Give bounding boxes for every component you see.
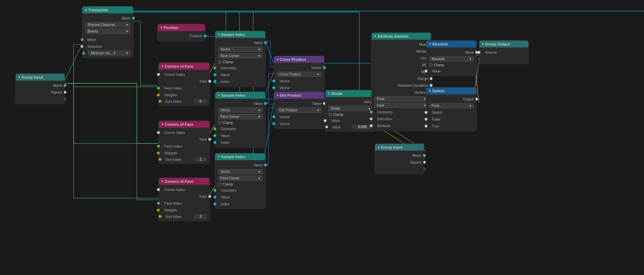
si1-title: Sample Index xyxy=(221,32,245,37)
si2-clamp-checkbox[interactable] xyxy=(218,121,221,124)
si3-face-corner-dd-row: Face Corner ▾ xyxy=(215,175,265,181)
as-geometry-socket xyxy=(370,111,373,113)
cof1-sort-index-socket xyxy=(159,100,161,102)
div-clamp-checkbox[interactable] xyxy=(328,113,332,116)
div-value2-socket xyxy=(325,126,328,128)
si1-clamp-checkbox[interactable] xyxy=(218,60,221,64)
tri-mesh-input-socket xyxy=(81,38,83,41)
cp-vector1-row: Vector xyxy=(274,78,324,84)
cp-vector1-label: Vector xyxy=(280,79,290,83)
as-range-socket xyxy=(430,77,433,80)
as-selection-row: Selection xyxy=(372,115,431,122)
cof1-sort-index-row: Sort Index 0 xyxy=(159,98,209,104)
cof3-sort-index-value[interactable]: 2 xyxy=(194,214,207,219)
cof2-face-index-socket xyxy=(157,145,160,148)
si2-vector-dd[interactable]: Vector ▾ xyxy=(218,108,262,113)
group-input-1-header[interactable]: ▾ Group Input xyxy=(16,74,65,81)
tri-dropdown1-row: Shortest Diagonal ▾ xyxy=(82,22,133,28)
absolute-header[interactable]: ▾ Absolute xyxy=(426,41,476,47)
cof2-sort-index-value[interactable]: 1 xyxy=(194,157,207,162)
as-header[interactable]: ▾ Attribute Statistic xyxy=(372,33,431,40)
as-float-dd[interactable]: Float ▾ xyxy=(374,96,428,101)
cross-product-body: Vector Cross Product ▾ Vector Vector xyxy=(274,63,324,93)
dp-operation-dd[interactable]: Dot Product ▾ xyxy=(277,108,321,113)
as-stddev-socket xyxy=(430,84,433,87)
si2-header[interactable]: ▾ Sample Index xyxy=(215,92,265,99)
abs-clamp-checkbox[interactable] xyxy=(429,63,433,67)
gi2-signed-socket xyxy=(423,161,426,164)
switch-header[interactable]: ▾ Switch xyxy=(426,87,476,94)
go-volume-label: Volume xyxy=(485,50,497,54)
gi2-circle-socket xyxy=(424,168,426,170)
tri-selection-label: Selection xyxy=(87,44,102,49)
circle-output-socket xyxy=(64,98,66,100)
dp-vector1-row: Vector xyxy=(274,113,324,120)
si3-vector-dd[interactable]: Vector ▾ xyxy=(218,169,262,174)
corners-of-face-3-node: ▾ Corners of Face Corner Index Total Fac… xyxy=(158,178,210,221)
si3-clamp-row: Clamp xyxy=(215,181,265,187)
tri-min-ve-row: Minimum Ve... 4 4 xyxy=(82,50,133,56)
tri-dropdown2[interactable]: Beauty ▾ xyxy=(85,29,130,34)
si1-vector-dd[interactable]: Vector ▾ xyxy=(218,47,262,52)
position-header[interactable]: ▾ Position xyxy=(158,24,205,31)
chevron-icon: ▾ xyxy=(482,42,484,46)
abs-value-input-row: Value xyxy=(426,68,476,74)
triangulate-header[interactable]: ▾ Triangulate xyxy=(82,6,133,13)
si2-clamp-label: Clamp xyxy=(223,121,233,125)
dp-vector2-label: Vector xyxy=(280,122,290,126)
cross-product-header[interactable]: ▾ Cross Product xyxy=(274,56,324,63)
si3-geometry-label: Geometry xyxy=(221,188,236,192)
tri-dropdown1[interactable]: Shortest Diagonal ▾ xyxy=(85,22,130,27)
si1-value-label: Value xyxy=(254,41,262,45)
tri-minve-field[interactable]: Minimum Ve... 4 4 xyxy=(88,51,130,56)
cross-product-title: Cross Product xyxy=(280,57,306,61)
si3-geometry-row: Geometry xyxy=(215,187,265,194)
sample-index-3-node: ▾ Sample Index Value Vector ▾ Face Corne… xyxy=(215,153,266,209)
cof1-face-index-socket xyxy=(157,87,160,90)
position-node: ▾ Position Position xyxy=(157,24,205,41)
absolute-title: Absolute xyxy=(432,42,448,46)
cof3-weights-row: Weights xyxy=(159,207,209,214)
sw-type-dd[interactable]: Float ▾ xyxy=(429,103,474,108)
cof1-corner-index-label: Corner Index xyxy=(164,72,185,77)
divide-header[interactable]: ▾ Divide xyxy=(325,90,375,97)
si3-header[interactable]: ▾ Sample Index xyxy=(215,153,265,160)
abs-operation-dd[interactable]: Absolute ▾ xyxy=(429,56,474,61)
cof3-header[interactable]: ▾ Corners of Face xyxy=(159,178,209,185)
si3-value-input-label: Value xyxy=(221,195,230,199)
sw-output-label: Output xyxy=(463,97,474,101)
gi2-signed-label: Signed xyxy=(410,160,421,164)
as-face-dd[interactable]: Face ▾ xyxy=(374,103,428,108)
position-output-row: Position xyxy=(158,32,205,39)
cof3-corner-index-label: Corner Index xyxy=(164,188,185,192)
position-output-label: Position xyxy=(190,34,202,38)
group-input-2-header[interactable]: ▾ Group Input xyxy=(375,144,424,151)
cof1-sort-index-value[interactable]: 0 xyxy=(194,99,207,104)
cp-operation-dd[interactable]: Cross Product ▾ xyxy=(277,72,321,77)
si3-vector-dd-row: Vector ▾ xyxy=(215,168,265,175)
group-output-header[interactable]: ▾ Group Output xyxy=(479,41,528,47)
cof1-face-index-row: Face Index xyxy=(159,85,209,92)
abs-value-input-socket xyxy=(425,70,427,72)
cof2-body: Corner Index Total Face Index Weights So… xyxy=(159,128,209,164)
dot-product-header[interactable]: ▾ Dot Product xyxy=(274,92,324,99)
si3-clamp-checkbox[interactable] xyxy=(218,182,221,186)
cof3-weights-socket xyxy=(157,208,160,212)
si1-face-corner-dd[interactable]: Face Corner ▾ xyxy=(218,53,262,58)
chevron-icon: ▾ xyxy=(162,180,163,183)
chevron-icon: ▾ xyxy=(18,75,20,79)
div-operation-dd[interactable]: Divide ▾ xyxy=(328,106,373,111)
abs-value-out-label: Value xyxy=(465,50,474,54)
cof1-header[interactable]: ▾ Corners of Face xyxy=(159,63,209,70)
sw-switch-label: Switch xyxy=(432,110,442,114)
cof2-header[interactable]: ▾ Corners of Face xyxy=(159,121,209,128)
div-value-input-row: Value xyxy=(325,117,375,124)
div-value2-number[interactable]: 6.000 xyxy=(352,125,373,129)
si3-face-corner-dd[interactable]: Face Corner ▾ xyxy=(218,176,262,181)
si2-face-corner-dd[interactable]: Face Corner ▾ xyxy=(218,114,262,119)
cof2-sort-index-label: Sort Index xyxy=(165,157,182,162)
cof2-title: Corners of Face xyxy=(165,122,193,126)
si3-index-socket xyxy=(214,203,216,205)
si1-header[interactable]: ▾ Sample Index xyxy=(215,31,265,38)
si2-face-corner-dd-row: Face Corner ▾ xyxy=(215,113,265,120)
